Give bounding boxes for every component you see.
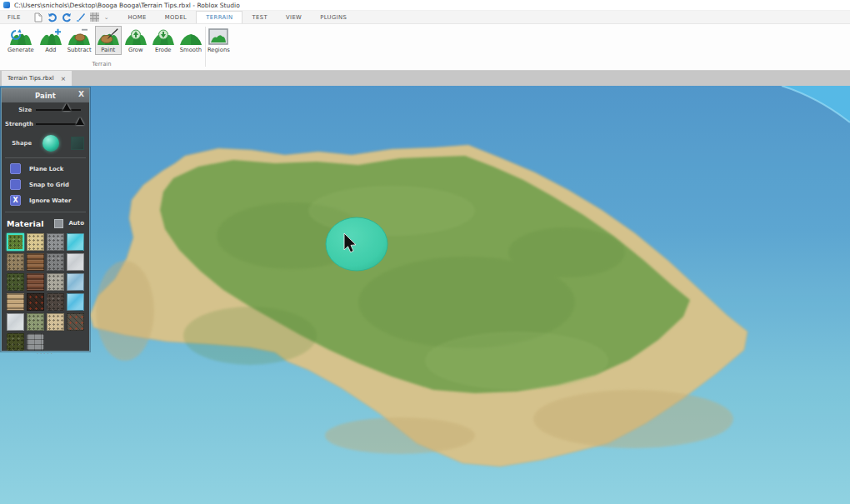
new-file-icon[interactable] bbox=[33, 12, 43, 22]
material-grid bbox=[2, 232, 89, 351]
material-swatch-snow[interactable] bbox=[7, 313, 24, 331]
window-title: C:\Users\snichols\Desktop\Booga Booga\Te… bbox=[14, 2, 240, 9]
brush-shape-sphere[interactable] bbox=[42, 135, 59, 152]
panel-divider bbox=[5, 157, 86, 158]
material-swatch-ground[interactable] bbox=[7, 253, 24, 271]
customize-dropdown-icon[interactable]: ⌄ bbox=[104, 14, 109, 21]
size-slider[interactable] bbox=[36, 109, 81, 111]
plane-lock-label: Plane Lock bbox=[29, 166, 63, 172]
ignore-water-row[interactable]: X Ignore Water bbox=[2, 192, 89, 208]
material-swatch-basalt[interactable] bbox=[27, 293, 44, 311]
plane-lock-row[interactable]: Plane Lock bbox=[2, 161, 89, 177]
tab-terrain[interactable]: TERRAIN bbox=[196, 11, 242, 23]
erode-terrain-button[interactable]: Erode bbox=[150, 26, 177, 55]
material-swatch-salt[interactable] bbox=[47, 273, 64, 291]
roblox-studio-window: C:\Users\snichols\Desktop\Booga Booga\Te… bbox=[0, 0, 850, 504]
add-terrain-icon bbox=[40, 28, 62, 45]
smooth-terrain-button[interactable]: Smooth bbox=[178, 26, 204, 55]
subtract-terrain-icon bbox=[68, 28, 90, 45]
generate-terrain-button[interactable]: Generate bbox=[5, 26, 37, 55]
tab-plugins[interactable]: PLUGINS bbox=[311, 11, 356, 23]
button-label: Smooth bbox=[180, 47, 202, 53]
shape-row: Shape bbox=[2, 132, 89, 154]
ignore-water-checkbox[interactable]: X bbox=[10, 195, 21, 206]
strength-label: Strength bbox=[5, 121, 36, 127]
document-tab[interactable]: Terrain Tips.rbxl × bbox=[2, 71, 72, 86]
add-terrain-button[interactable]: Add bbox=[38, 26, 64, 55]
strength-slider-row: Strength bbox=[2, 117, 89, 131]
regions-terrain-button[interactable]: Regions bbox=[205, 26, 232, 55]
material-swatch-concrete[interactable] bbox=[67, 253, 84, 271]
tab-test[interactable]: TEST bbox=[242, 11, 277, 23]
material-section-header: Material Auto bbox=[2, 215, 89, 232]
material-swatch-asphalt[interactable] bbox=[47, 293, 64, 311]
material-swatch-water[interactable] bbox=[67, 233, 84, 251]
button-label: Regions bbox=[208, 47, 230, 53]
paint-panel-header[interactable]: Paint X bbox=[2, 88, 89, 102]
button-label: Generate bbox=[8, 47, 34, 53]
ribbon-tab-bar: FILE ⌄ HOME MODEL TERRAIN TEST VIE bbox=[0, 11, 850, 24]
auto-material-checkbox[interactable] bbox=[54, 219, 63, 228]
redo-icon[interactable] bbox=[62, 12, 72, 22]
3d-viewport[interactable] bbox=[0, 86, 850, 504]
toggle-grid-icon[interactable] bbox=[90, 12, 100, 22]
button-label: Grow bbox=[128, 47, 143, 53]
panel-title: Paint bbox=[35, 92, 56, 100]
material-section-label: Material bbox=[7, 219, 54, 228]
size-slider-row: Size bbox=[2, 102, 89, 117]
grow-terrain-button[interactable]: Grow bbox=[122, 26, 149, 55]
material-swatch-wood-planks[interactable] bbox=[27, 253, 44, 271]
material-swatch-ice[interactable] bbox=[67, 293, 84, 311]
snap-to-grid-row[interactable]: Snap to Grid bbox=[2, 177, 89, 192]
material-swatch-brick[interactable] bbox=[27, 273, 44, 291]
grow-terrain-icon bbox=[125, 28, 147, 45]
roblox-studio-app-icon bbox=[3, 2, 10, 8]
strength-slider[interactable] bbox=[36, 123, 81, 125]
material-swatch-pavement[interactable] bbox=[27, 333, 44, 351]
plane-lock-checkbox[interactable] bbox=[10, 163, 21, 174]
document-tab-strip: Terrain Tips.rbxl × bbox=[0, 71, 850, 86]
screenshot-icon[interactable] bbox=[76, 12, 86, 22]
material-swatch-mud[interactable] bbox=[7, 333, 24, 351]
material-swatch-sandstone[interactable] bbox=[7, 293, 24, 311]
ribbon-group-separator bbox=[205, 27, 206, 67]
material-swatch-cracked-lava[interactable] bbox=[67, 313, 84, 331]
paint-terrain-button[interactable]: Paint bbox=[95, 26, 122, 55]
button-label: Erode bbox=[155, 47, 172, 53]
snap-to-grid-checkbox[interactable] bbox=[10, 179, 21, 190]
material-swatch-cobblestone[interactable] bbox=[27, 313, 44, 331]
material-swatch-rock[interactable] bbox=[47, 233, 64, 251]
size-label: Size bbox=[5, 107, 36, 113]
auto-material-label: Auto bbox=[68, 220, 84, 227]
material-swatch-slate[interactable] bbox=[47, 253, 64, 271]
panel-close-button[interactable]: X bbox=[78, 90, 84, 98]
brush-shape-cube[interactable] bbox=[71, 137, 84, 150]
button-label: Add bbox=[45, 47, 56, 53]
strength-slider-thumb[interactable] bbox=[76, 117, 84, 125]
ignore-water-label: Ignore Water bbox=[29, 197, 71, 204]
tab-home[interactable]: HOME bbox=[119, 11, 156, 23]
button-label: Paint bbox=[101, 47, 115, 53]
ribbon-terrain-group: Generate Add Subtract bbox=[0, 24, 850, 71]
undo-icon[interactable] bbox=[48, 12, 58, 22]
terrain-brush-preview bbox=[326, 217, 388, 271]
file-menu-button[interactable]: FILE bbox=[0, 11, 28, 23]
subtract-terrain-button[interactable]: Subtract bbox=[65, 26, 94, 55]
snap-to-grid-label: Snap to Grid bbox=[29, 182, 69, 188]
quick-access-toolbar: ⌄ bbox=[28, 11, 114, 23]
document-tab-close-icon[interactable]: × bbox=[61, 75, 66, 82]
size-slider-thumb[interactable] bbox=[62, 103, 71, 111]
erode-terrain-icon bbox=[152, 28, 174, 45]
generate-terrain-icon bbox=[10, 28, 32, 45]
panel-resize-handle[interactable]: ····· bbox=[2, 351, 89, 357]
panel-divider bbox=[5, 212, 86, 212]
tab-model[interactable]: MODEL bbox=[156, 11, 197, 23]
material-swatch-leafy-grass[interactable] bbox=[7, 273, 24, 291]
material-swatch-limestone[interactable] bbox=[47, 313, 64, 331]
material-swatch-glacier[interactable] bbox=[67, 273, 84, 291]
material-swatch-grass[interactable] bbox=[7, 233, 24, 251]
paint-tool-panel: Paint X Size Strength Shape Plane Lock S… bbox=[1, 87, 90, 352]
shape-label: Shape bbox=[5, 140, 36, 147]
material-swatch-sand[interactable] bbox=[27, 233, 44, 251]
tab-view[interactable]: VIEW bbox=[277, 11, 311, 23]
